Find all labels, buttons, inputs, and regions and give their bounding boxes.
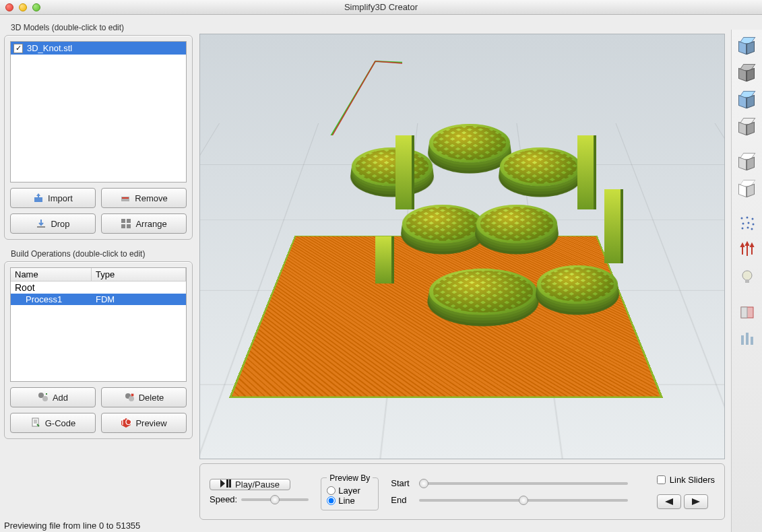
step-back-button[interactable] (657, 494, 681, 509)
traffic-lights (0, 3, 40, 11)
table-row[interactable]: Process1 FDM (11, 294, 186, 305)
left-column: 3D Models (double-click to edit) ✓ 3D_Kn… (4, 19, 193, 439)
cross-section-icon (738, 303, 756, 323)
view-normals-button[interactable] (735, 238, 759, 263)
status-bar: Previewing file from line 0 to 51355 (4, 521, 140, 531)
gcode-icon (30, 418, 41, 428)
speed-slider[interactable] (241, 498, 309, 501)
col-name[interactable]: Name (11, 268, 92, 281)
svg-point-35 (746, 216, 748, 218)
model-checkbox[interactable]: ✓ (13, 44, 23, 53)
view-solid-button[interactable] (735, 149, 759, 174)
view-iso-icon (738, 118, 756, 135)
speed-label: Speed: (210, 494, 237, 504)
build-table-header: Name Type (11, 268, 186, 281)
view-iso-button[interactable] (735, 114, 759, 139)
svg-rect-53 (741, 335, 744, 345)
close-icon[interactable] (5, 3, 13, 11)
table-row[interactable]: Root (11, 281, 186, 294)
view-wireframe-icon (738, 180, 756, 197)
build-volume-outline (200, 34, 402, 135)
remove-button[interactable]: Remove (101, 188, 187, 208)
svg-point-38 (747, 222, 749, 224)
svg-rect-30 (226, 479, 228, 488)
svg-rect-4 (121, 219, 125, 223)
svg-point-40 (741, 227, 743, 229)
svg-rect-50 (745, 279, 749, 283)
col-type[interactable]: Type (92, 268, 186, 281)
svg-rect-31 (229, 479, 231, 488)
svg-rect-3 (37, 226, 45, 228)
lighting-toggle-button[interactable] (735, 265, 759, 290)
supports-view-icon (738, 330, 756, 350)
end-slider[interactable] (419, 499, 628, 502)
svg-rect-7 (127, 224, 131, 228)
support-preview (395, 135, 414, 209)
view-top-button[interactable] (735, 34, 759, 58)
support-preview (375, 236, 394, 284)
step-forward-button[interactable] (684, 494, 708, 509)
remove-icon (120, 193, 131, 203)
svg-marker-32 (665, 498, 673, 505)
view-solid-icon (738, 153, 756, 170)
layer-radio-label[interactable]: Layer (338, 486, 360, 496)
triangle-left-icon (665, 498, 673, 505)
3d-viewport[interactable] (199, 34, 725, 459)
svg-point-42 (751, 228, 753, 230)
titlebar: Simplify3D Creator (0, 0, 762, 15)
end-label: End (391, 495, 414, 505)
add-button[interactable]: Add (10, 387, 96, 407)
preview-icon: STOP (121, 418, 131, 428)
view-front-icon (738, 64, 756, 81)
window-title: Simplify3D Creator (0, 2, 762, 12)
svg-point-37 (742, 222, 744, 224)
view-points-icon (738, 214, 756, 234)
view-side-icon (738, 91, 756, 108)
zoom-icon[interactable] (32, 3, 40, 11)
svg-point-34 (740, 217, 742, 219)
delete-button[interactable]: Delete (101, 387, 187, 407)
drop-button[interactable]: Drop (10, 213, 96, 234)
svg-rect-52 (741, 307, 747, 318)
support-preview (577, 135, 596, 209)
cross-section-button[interactable] (735, 300, 759, 325)
minimize-icon[interactable] (19, 3, 27, 11)
import-button[interactable]: Import (10, 188, 96, 208)
link-sliders-checkbox[interactable] (657, 475, 666, 484)
link-sliders-label[interactable]: Link Sliders (670, 475, 715, 485)
add-icon (38, 392, 49, 403)
layer-radio[interactable] (327, 486, 336, 495)
model-item[interactable]: ✓ 3D_Knot.stl (11, 42, 186, 55)
play-pause-button[interactable]: Play/Pause (210, 479, 290, 490)
line-radio-label[interactable]: Line (338, 496, 355, 506)
svg-marker-48 (751, 244, 753, 246)
view-points-button[interactable] (735, 211, 759, 236)
svg-rect-0 (34, 197, 42, 202)
svg-marker-47 (746, 242, 749, 245)
start-slider[interactable] (419, 482, 628, 485)
line-radio[interactable] (327, 496, 336, 505)
arrange-button[interactable]: Arrange (101, 213, 187, 234)
models-list[interactable]: ✓ 3D_Knot.stl (10, 41, 187, 182)
view-front-button[interactable] (735, 61, 759, 85)
preview-button[interactable]: STOP Preview (101, 413, 187, 433)
travel-moves (200, 34, 402, 135)
svg-rect-6 (121, 224, 125, 228)
supports-view-button[interactable] (735, 327, 759, 352)
svg-point-41 (747, 226, 749, 228)
model-name: 3D_Knot.stl (27, 43, 72, 53)
gcode-button[interactable]: G-Code (10, 413, 96, 433)
view-side-button[interactable] (735, 88, 759, 112)
build-panel: Name Type Root Process1 FDM Add (4, 261, 193, 439)
build-panel-label: Build Operations (double-click to edit) (11, 249, 193, 259)
build-table[interactable]: Name Type Root Process1 FDM (10, 267, 187, 382)
svg-rect-54 (746, 333, 749, 345)
play-pause-icon (220, 479, 231, 490)
svg-point-9 (42, 396, 48, 401)
right-toolbar (731, 30, 762, 532)
delete-icon (124, 392, 135, 403)
drop-icon (36, 218, 46, 229)
start-label: Start (391, 478, 414, 488)
svg-point-36 (751, 218, 753, 220)
view-wireframe-button[interactable] (735, 176, 759, 201)
